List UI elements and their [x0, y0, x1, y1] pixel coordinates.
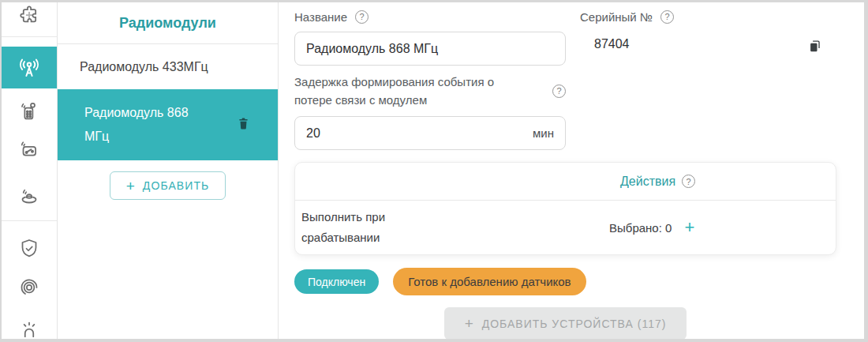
sidebar-item-extensions[interactable]	[2, 2, 57, 37]
radiomodules-list-panel: Радиомодули Радиомодуль 433МГц Радиомоду…	[58, 2, 279, 339]
name-field-label: Название	[294, 10, 347, 24]
help-icon[interactable]: ?	[660, 10, 674, 24]
sidebar-item-sensors[interactable]	[2, 275, 57, 300]
help-icon[interactable]: ?	[682, 175, 695, 188]
keyfob-remote-icon	[17, 100, 41, 123]
sidebar-item-radiorelays[interactable]	[2, 137, 57, 162]
sidebar-item-radiomodules[interactable]	[2, 47, 57, 88]
add-devices-button[interactable]: + ДОБАВИТЬ УСТРОЙСТВА (117)	[444, 307, 687, 340]
shield-check-icon	[17, 237, 41, 261]
delete-trash-icon[interactable]	[236, 115, 251, 135]
delay-field-label: Задержка формирования события о потере с…	[294, 73, 499, 109]
add-devices-button-label: ДОБАВИТЬ УСТРОЙСТВА (117)	[482, 318, 667, 330]
plus-icon: +	[465, 316, 474, 331]
status-badge-connected: Подключен	[294, 269, 379, 294]
radio-antenna-icon	[17, 55, 42, 81]
sidebar-item-wireless-buttons[interactable]	[2, 182, 57, 207]
status-badge-ready: Готов к добавлению датчиков	[393, 268, 586, 295]
actions-row-label: Выполнить при срабатывании	[301, 207, 420, 248]
rail-divider	[2, 220, 57, 221]
add-module-button[interactable]: + ДОБАВИТЬ	[110, 171, 226, 200]
list-item-label: Радиомодуль 868 МГц	[84, 101, 204, 148]
list-item-radiomodule-868-selected[interactable]: Радиомодуль 868 МГц	[58, 89, 278, 160]
wireless-button-icon	[17, 182, 41, 206]
actions-card: Действия ? Выполнить при срабатывании Вы…	[294, 162, 836, 255]
panel-title: Радиомодули	[58, 2, 278, 44]
icon-rail	[2, 2, 58, 339]
sidebar-item-keyfobs[interactable]	[2, 99, 57, 124]
help-icon[interactable]: ?	[355, 10, 369, 24]
radio-relay-icon	[17, 137, 41, 161]
plus-icon: +	[126, 179, 136, 194]
add-action-plus-icon[interactable]: +	[684, 219, 694, 236]
delay-input[interactable]	[306, 126, 533, 141]
list-item-radiomodule-433[interactable]: Радиомодуль 433МГц	[58, 44, 278, 89]
help-icon[interactable]: ?	[552, 85, 566, 98]
serial-number-value: 87404	[594, 37, 630, 51]
status-badges: Подключен Готов к добавлению датчиков	[294, 268, 836, 295]
sidebar-item-sirens[interactable]	[2, 314, 57, 339]
selected-count-label: Выбрано: 0	[609, 221, 672, 235]
module-settings-form: Название ? Серийный № ? 87404	[279, 2, 864, 339]
puzzle-icon	[18, 4, 40, 26]
name-input[interactable]	[306, 42, 554, 56]
delay-unit-label: мин	[533, 126, 554, 140]
siren-icon	[17, 314, 41, 338]
serial-field-label: Серийный №	[580, 10, 653, 24]
copy-icon[interactable]	[807, 38, 822, 57]
add-module-button-label: ДОБАВИТЬ	[143, 179, 210, 192]
list-item-label: Радиомодуль 433МГц	[80, 60, 208, 74]
actions-card-title: Действия	[620, 175, 675, 189]
name-input-box	[294, 32, 566, 66]
actions-row: Выполнить при срабатывании Выбрано: 0 +	[295, 201, 836, 254]
sensor-rings-icon	[17, 276, 41, 299]
app-window: Радиомодули Радиомодуль 433МГц Радиомоду…	[0, 0, 868, 342]
sidebar-item-guard[interactable]	[2, 236, 57, 261]
delay-input-box: мин	[294, 116, 566, 150]
